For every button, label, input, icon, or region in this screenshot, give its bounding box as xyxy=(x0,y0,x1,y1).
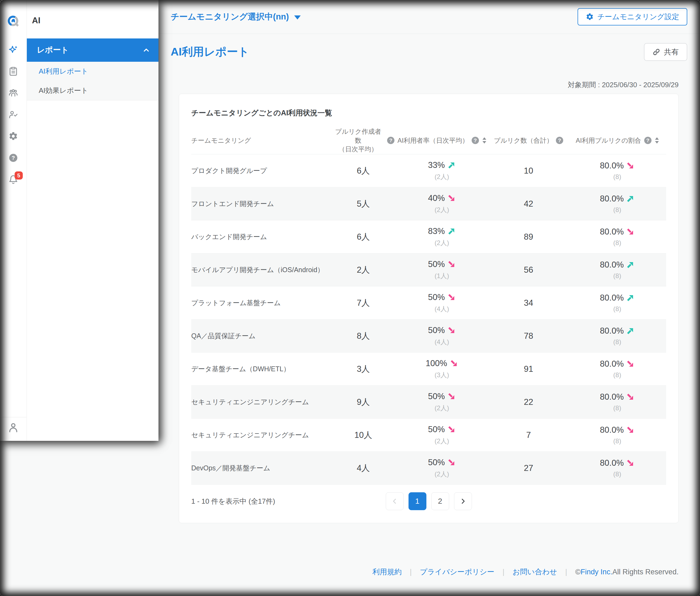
rail-item-notifications[interactable]: 5 xyxy=(0,169,27,190)
page-head: AI利用レポート 共有 xyxy=(158,34,700,70)
ai-usage-rate-value: 83% xyxy=(428,226,456,236)
table-header-row: チームモニタリングプルリク作成者数（日次平均）?AI利用者率（日次平均）?プルリ… xyxy=(191,127,666,154)
help-icon[interactable]: ? xyxy=(556,137,563,144)
footer-link[interactable]: お問い合わせ xyxy=(512,567,557,577)
ai-pr-ratio-value: 80.0% xyxy=(600,161,635,171)
sort-down-arrow xyxy=(482,141,486,144)
pagination-pages: 12 xyxy=(386,492,472,511)
sidebar-menu-reports-label: レポート xyxy=(37,45,69,55)
footer-link[interactable]: 利用規約 xyxy=(373,567,402,577)
ai-usage-rate-value: 50% xyxy=(428,392,456,401)
findy-logo[interactable] xyxy=(7,15,20,28)
icon-rail: ? 5 xyxy=(0,0,27,441)
footer-separator: | xyxy=(410,568,412,576)
column-header-label: AI利用プルリクの割合 xyxy=(576,136,641,145)
rail-item-ai[interactable] xyxy=(0,39,27,60)
pr-count-value: 7 xyxy=(526,430,531,440)
ai-usage-rate-sub: (1人) xyxy=(434,271,449,280)
table-row: プロダクト開発グループ6人33%(2人)1080.0%(8) xyxy=(191,154,666,187)
pr-authors-value: 8人 xyxy=(357,330,370,342)
ai-usage-rate-cell: 50%(4人) xyxy=(395,292,489,313)
help-icon[interactable]: ? xyxy=(644,137,651,144)
team-name: セキュリティエンジニアリングチーム xyxy=(191,397,309,407)
trend-down-icon xyxy=(450,359,458,367)
table-row: モバイルアプリ開発チーム（iOS/Android）2人50%(1人)5680.0… xyxy=(191,254,666,286)
team-name: DevOps／開発基盤チーム xyxy=(191,464,270,472)
people-group-icon xyxy=(8,88,18,98)
ai-usage-rate-sub: (2人) xyxy=(434,238,449,247)
page-button-1[interactable]: 1 xyxy=(408,492,426,510)
trend-down-icon xyxy=(448,260,456,268)
ai-pr-ratio-value: 80.0% xyxy=(600,194,635,204)
trend-down-icon xyxy=(448,293,456,302)
rail-item-survey[interactable] xyxy=(0,60,27,82)
trend-down-icon xyxy=(448,326,456,334)
person-check-icon xyxy=(8,110,18,120)
pr-count-cell: 89 xyxy=(489,232,568,242)
team-name-cell: モバイルアプリ開発チーム（iOS/Android） xyxy=(191,265,332,274)
rail-item-settings[interactable] xyxy=(0,125,27,147)
pr-authors-value: 2人 xyxy=(357,264,370,276)
ai-pr-ratio-cell: 80.0%(8) xyxy=(568,227,667,247)
sidebar-item-ai-usage-report[interactable]: AI利用レポート xyxy=(27,62,158,81)
trend-down-icon xyxy=(626,360,634,368)
ai-usage-rate-cell: 83%(2人) xyxy=(395,226,489,247)
pr-authors-cell: 7人 xyxy=(332,297,395,309)
share-button[interactable]: 共有 xyxy=(644,43,687,61)
team-name-cell: プラットフォーム基盤チーム xyxy=(191,299,332,307)
ai-usage-rate-cell: 100%(3人) xyxy=(395,359,489,379)
ai-pr-ratio-value: 80.0% xyxy=(600,425,635,435)
team-monitoring-settings-label: チームモニタリング設定 xyxy=(597,12,679,22)
table-row: プラットフォーム基盤チーム7人50%(4人)3480.0%(8) xyxy=(191,286,666,319)
column-header[interactable]: AI利用者率（日次平均）? xyxy=(395,136,489,145)
ai-usage-rate-value: 50% xyxy=(428,259,456,269)
team-monitoring-selector[interactable]: チームモニタリング選択中(nn) xyxy=(171,11,301,23)
rail-item-account[interactable] xyxy=(0,422,27,434)
sidebar-item-ai-effect-report[interactable]: AI効果レポート xyxy=(27,81,158,100)
ai-pr-ratio-value: 80.0% xyxy=(600,293,635,303)
sort-icon[interactable] xyxy=(482,137,486,144)
chevron-down-icon xyxy=(294,16,301,20)
column-header: チームモニタリング xyxy=(191,136,332,145)
column-header-label: チームモニタリング xyxy=(191,136,251,145)
footer-link[interactable]: プライバシーポリシー xyxy=(420,567,494,577)
column-header: プルリク数（合計）? xyxy=(489,136,568,145)
ai-usage-rate-sub: (2人) xyxy=(434,173,449,181)
trend-down-icon xyxy=(626,426,634,434)
team-name-cell: バックエンド開発チーム xyxy=(191,232,332,241)
ai-usage-rate-cell: 33%(2人) xyxy=(395,160,489,181)
ai-pr-ratio-sub: (8) xyxy=(613,404,621,412)
rail-item-teams[interactable] xyxy=(0,82,27,104)
help-icon[interactable]: ? xyxy=(472,137,479,144)
help-icon[interactable]: ? xyxy=(387,137,395,144)
team-name: セキュリティエンジニアリングチーム xyxy=(191,431,309,439)
trend-up-icon xyxy=(448,161,456,169)
pr-authors-value: 6人 xyxy=(357,231,370,243)
pr-count-cell: 7 xyxy=(489,430,568,440)
help-icon: ? xyxy=(8,153,18,163)
sort-icon[interactable] xyxy=(655,137,659,144)
link-icon xyxy=(653,48,660,56)
pr-authors-value: 4人 xyxy=(357,463,370,474)
sidebar-menu-reports[interactable]: レポート xyxy=(27,38,158,62)
prev-page-button[interactable] xyxy=(386,492,404,510)
next-page-button[interactable] xyxy=(454,492,472,510)
clipboard-icon xyxy=(8,66,18,76)
workspace-label: AI xyxy=(27,0,158,25)
rail-item-members[interactable] xyxy=(0,104,27,125)
rail-nav: ? 5 xyxy=(0,39,27,190)
ai-usage-rate-value: 33% xyxy=(428,160,456,170)
team-monitoring-settings-button[interactable]: チームモニタリング設定 xyxy=(578,8,687,25)
column-header-label: AI利用者率（日次平均） xyxy=(397,136,469,145)
ai-usage-rate-sub: (2人) xyxy=(434,404,449,412)
column-header[interactable]: AI利用プルリクの割合? xyxy=(568,136,667,145)
ai-usage-rate-cell: 50%(2人) xyxy=(395,392,489,412)
card-title: チームモニタリングごとのAI利用状況一覧 xyxy=(191,108,666,118)
company-link[interactable]: Findy Inc. xyxy=(580,568,612,576)
page-button-2[interactable]: 2 xyxy=(431,492,449,510)
ai-pr-ratio-sub: (8) xyxy=(613,239,621,247)
table-body: プロダクト開発グループ6人33%(2人)1080.0%(8)フロントエンド開発チ… xyxy=(191,154,666,485)
rail-item-help[interactable]: ? xyxy=(0,147,27,169)
ai-usage-rate-value: 40% xyxy=(428,193,456,203)
team-name: データ基盤チーム（DWH/ETL） xyxy=(191,364,290,373)
